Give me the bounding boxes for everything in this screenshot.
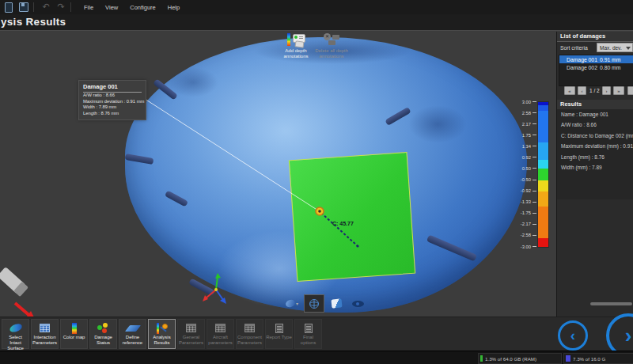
colorbar-tick: 1.34 xyxy=(515,143,536,149)
workflow-step-damage-status[interactable]: Damage Status xyxy=(89,319,117,349)
annotation-line: Width : 7.89 mm xyxy=(79,104,146,111)
view-controls: ▾ xyxy=(282,294,367,313)
workflow-step-label: Interaction Parameters xyxy=(32,334,58,346)
toolbar-divider xyxy=(70,2,71,12)
status-dots-icon xyxy=(97,323,109,333)
deviation-colorbar xyxy=(537,101,549,248)
wireframe-view-button[interactable] xyxy=(304,294,324,313)
table-icon xyxy=(215,324,226,332)
first-page-button[interactable]: « xyxy=(564,86,575,95)
workflow-step-label: Damage Status xyxy=(90,334,116,346)
workflow-step-component-parameters[interactable]: Component Parameters xyxy=(236,319,263,349)
previous-step-button[interactable]: ‹ xyxy=(558,320,588,351)
colorbar-tick: 2.17 xyxy=(515,121,536,127)
workflow-step-label: Component Parameters xyxy=(237,334,263,346)
table-icon xyxy=(244,324,255,332)
workflow-step-label: Report Type xyxy=(266,334,292,340)
annotation-toolbar: Add depth annotations ✕ Delete all depth… xyxy=(279,32,348,59)
workflow-step-interaction-parameters[interactable]: Interaction Parameters xyxy=(31,319,59,349)
view-mode-button[interactable]: ▾ xyxy=(282,295,301,312)
damage-patch[interactable] xyxy=(289,152,415,282)
workflow-step-label: Final options xyxy=(295,334,321,346)
panel-scrollbar[interactable] xyxy=(590,302,632,305)
workflow-step-select-intact-surface[interactable]: Select Intact Surface xyxy=(2,319,29,349)
gpu-usage: 7.3% of 16.0 G xyxy=(563,353,633,364)
visibility-button[interactable] xyxy=(348,295,367,312)
annotation-line: Maximum deviation : 0.91 mm xyxy=(79,99,146,105)
menu-help[interactable]: Help xyxy=(168,4,180,11)
damage-list-item[interactable]: Damage 001 0.91 mm xyxy=(559,55,633,63)
damage-value: 0.80 mm xyxy=(600,65,620,70)
redo-icon: ↷ xyxy=(57,1,64,13)
colormap-icon xyxy=(72,323,77,334)
menu-view[interactable]: View xyxy=(105,4,118,11)
ram-usage-text: 1.3% of 64.0 GB (RAM) xyxy=(485,356,540,362)
distance-label: C: 45.77 xyxy=(332,221,354,226)
add-depth-annotations-label: Add depth annotations xyxy=(279,48,313,59)
page-title: ysis Results xyxy=(1,16,66,28)
ram-usage: 1.3% of 64.0 GB (RAM) xyxy=(478,353,562,364)
shaded-view-button[interactable] xyxy=(327,295,346,312)
result-row: Maximum deviation (mm) : 0.91 xyxy=(557,141,633,151)
viewport-3d[interactable]: C: 45.77 Damage 001 A/W ratio : 8.66 Max… xyxy=(0,31,633,317)
workflow-step-define-reference[interactable]: Define reference xyxy=(119,319,146,349)
save-button[interactable] xyxy=(17,1,30,13)
damage-name: Damage 002 xyxy=(567,65,600,70)
toolbar-divider xyxy=(33,2,34,12)
colorbar-tick: -3.00 xyxy=(515,244,536,249)
prev-page-button[interactable]: ‹ xyxy=(578,86,586,95)
workflow-step-general-parameters[interactable]: General Parameters xyxy=(177,319,205,349)
colorbar-tick: 3.00 xyxy=(515,99,536,104)
workflow-step-analysis-results[interactable]: Analysis Results xyxy=(148,319,176,349)
analysis-icon xyxy=(157,323,168,334)
next-page-button[interactable]: › xyxy=(602,86,611,95)
documents-icon xyxy=(305,324,313,333)
new-document-icon xyxy=(5,2,13,13)
add-depth-annotations-button[interactable]: Add depth annotations xyxy=(279,32,313,59)
save-icon xyxy=(19,2,28,12)
result-row: A/W ratio : 8.66 xyxy=(557,119,633,130)
undo-icon: ↶ xyxy=(42,1,49,13)
new-file-button[interactable] xyxy=(2,1,15,13)
colorbar-tick: 1.75 xyxy=(515,132,536,138)
damage-list-item[interactable]: Damage 002 0.80 mm xyxy=(559,63,633,71)
damage-name: Damage 001 xyxy=(567,57,600,63)
delete-depth-annotations-button[interactable]: ✕ Delete all depth annotations xyxy=(315,32,348,59)
plane-icon xyxy=(124,325,140,332)
undo-button[interactable]: ↶ xyxy=(40,1,52,13)
sort-criteria-dropdown[interactable]: Max. dev. xyxy=(597,43,633,52)
menu-file[interactable]: File xyxy=(84,4,93,11)
workflow-step-report-type[interactable]: Report Type xyxy=(265,319,293,349)
gpu-gauge-icon xyxy=(566,355,570,362)
last-page-button[interactable]: » xyxy=(613,86,624,95)
application-window: ↶ ↷ File View Configure Help ysis Result… xyxy=(0,0,633,364)
workflow-step-label: Analysis Results xyxy=(149,334,175,346)
colorbar-tick: -2.58 xyxy=(515,233,536,238)
extra-pager-button[interactable] xyxy=(627,86,633,95)
title-bar: ysis Results xyxy=(0,14,633,31)
workflow-bar: Select Intact Surface Interaction Parame… xyxy=(0,317,633,351)
damages-panel-title: List of damages xyxy=(557,32,633,42)
redo-button[interactable]: ↷ xyxy=(55,1,67,13)
result-row: Length (mm) : 8.76 xyxy=(557,152,633,162)
workflow-step-final-options[interactable]: Final options xyxy=(294,319,322,349)
orientation-gizmo[interactable] xyxy=(200,272,233,305)
surface-icon xyxy=(9,323,23,333)
probe-tool-icon xyxy=(0,265,55,317)
status-bar: 1.3% of 64.0 GB (RAM) 7.3% of 16.0 G xyxy=(0,351,633,364)
chevron-left-icon: ‹ xyxy=(570,327,575,344)
workflow-step-aircraft-parameters[interactable]: Aircraft parameters xyxy=(207,319,234,349)
colorbar-tick: -1.33 xyxy=(515,199,536,205)
workflow-step-label: Define reference xyxy=(119,334,146,346)
colorbar-ticks: 3.002.582.171.751.340.920.50-0.50-0.92-1… xyxy=(514,101,536,252)
model-view-icon xyxy=(285,299,296,309)
add-depth-annotations-icon xyxy=(286,33,305,47)
table-icon xyxy=(186,324,196,332)
result-row: Width (mm) : 7.89 xyxy=(557,162,633,173)
menu-configure[interactable]: Configure xyxy=(130,4,156,11)
workflow-step-color-map[interactable]: Color map xyxy=(60,319,88,349)
damages-list: Damage 001 0.91 mm Damage 002 0.80 mm xyxy=(559,55,633,86)
workflow-step-label: Aircraft parameters xyxy=(207,334,233,346)
eye-icon xyxy=(352,301,364,307)
colorbar-tick: 2.58 xyxy=(515,110,536,116)
